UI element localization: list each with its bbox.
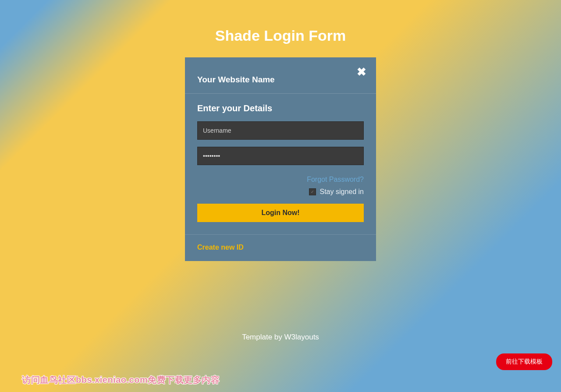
form-subtitle: Enter your Details <box>197 103 364 113</box>
forgot-password-row: Forgot Password? <box>197 176 364 184</box>
create-id-link[interactable]: Create new ID <box>197 244 244 251</box>
watermark-text: 访问血鸟社区bbs.xieniao.com免费下载更多内容 <box>22 374 220 386</box>
password-field[interactable] <box>197 147 364 165</box>
login-card: ✖ Your Website Name Enter your Details F… <box>185 57 376 261</box>
username-field[interactable] <box>197 121 364 140</box>
card-header: ✖ Your Website Name <box>185 57 376 94</box>
page-title: Shade Login Form <box>0 0 561 57</box>
card-footer: Create new ID <box>185 235 376 261</box>
download-template-button[interactable]: 前往下载模板 <box>496 353 552 370</box>
login-button[interactable]: Login Now! <box>197 204 364 222</box>
forgot-password-link[interactable]: Forgot Password? <box>307 176 364 183</box>
card-body: Enter your Details Forgot Password? Stay… <box>185 94 376 235</box>
website-name-label: Your Website Name <box>197 75 364 85</box>
stay-signed-in-row: Stay signed in <box>197 188 364 196</box>
stay-signed-in-label: Stay signed in <box>320 188 364 196</box>
template-credit: Template by W3layouts <box>0 333 561 342</box>
stay-signed-in-checkbox[interactable] <box>309 188 316 195</box>
close-icon[interactable]: ✖ <box>357 66 366 78</box>
